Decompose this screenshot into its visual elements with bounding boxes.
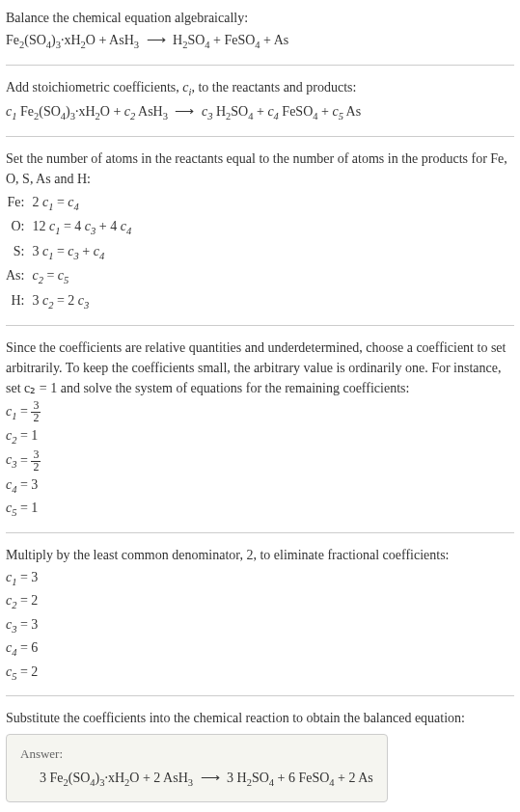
coef-c2: c2 = 1 <box>6 425 514 448</box>
frac-den: 2 <box>31 462 41 474</box>
divider <box>6 532 514 533</box>
element-label: H: <box>6 289 32 314</box>
stoich-intro: Add stoichiometric coefficients, ci, to … <box>6 77 514 100</box>
table-row: O: 12 c1 = 4 c3 + 4 c4 <box>6 215 137 240</box>
answer-label: Answer: <box>20 744 373 764</box>
c1: c1 <box>6 104 16 119</box>
atoms-intro: Set the number of atoms in the reactants… <box>6 149 514 189</box>
element-equation: 3 c2 = 2 c3 <box>32 289 137 314</box>
solve-intro: Since the coefficients are relative quan… <box>6 338 514 398</box>
divider <box>6 65 514 66</box>
element-label: S: <box>6 240 32 265</box>
divider <box>6 325 514 326</box>
table-row: Fe: 2 c1 = c4 <box>6 191 137 216</box>
element-label: Fe: <box>6 191 32 216</box>
element-equation: c2 = c5 <box>32 264 137 289</box>
coef-c3: c3 = 32 <box>6 449 514 474</box>
intro-section: Balance the chemical equation algebraica… <box>6 8 514 53</box>
coef-c4: c4 = 6 <box>6 637 514 661</box>
c5: c5 <box>332 104 342 119</box>
frac-den: 2 <box>31 413 41 424</box>
stoich-text-b: , to the reactants and products: <box>191 80 356 95</box>
final-section: Substitute the coefficients into the che… <box>6 708 514 802</box>
multiply-section: Multiply by the least common denominator… <box>6 545 514 685</box>
coef-c4: c4 = 3 <box>6 474 514 498</box>
element-equation: 2 c1 = c4 <box>32 191 137 216</box>
coefficient-list-int: c1 = 3 c2 = 2 c3 = 3 c4 = 6 c5 = 2 <box>6 567 514 685</box>
table-row: S: 3 c1 = c3 + c4 <box>6 240 137 265</box>
solve-section: Since the coefficients are relative quan… <box>6 338 514 520</box>
c3: c3 <box>202 104 212 119</box>
atom-equations-table: Fe: 2 c1 = c4 O: 12 c1 = 4 c3 + 4 c4 S: … <box>6 191 137 314</box>
divider <box>6 695 514 696</box>
stoich-section: Add stoichiometric coefficients, ci, to … <box>6 77 514 124</box>
element-label: As: <box>6 264 32 289</box>
stoich-equation: c1 Fe2(SO4)3·xH2O + c2 AsH3 ⟶ c3 H2SO4 +… <box>6 101 514 124</box>
table-row: As: c2 = c5 <box>6 264 137 289</box>
coefficient-list: c1 = 32 c2 = 1 c3 = 32 c4 = 3 c5 = 1 <box>6 400 514 520</box>
coef-c5: c5 = 1 <box>6 498 514 521</box>
element-label: O: <box>6 215 32 240</box>
balanced-equation: 3 Fe2(SO4)3·xH2O + 2 AsH3 ⟶ 3 H2SO4 + 6 … <box>20 768 373 791</box>
element-equation: 3 c1 = c3 + c4 <box>32 240 137 265</box>
c4: c4 <box>267 104 278 119</box>
eq-lhs: Fe2(SO4)3·xH2O + AsH3 <box>6 33 139 47</box>
coef-c1: c1 = 32 <box>6 400 514 424</box>
arrow-icon: ⟶ <box>175 104 194 119</box>
coef-c1: c1 = 3 <box>6 567 514 590</box>
divider <box>6 136 514 137</box>
table-row: H: 3 c2 = 2 c3 <box>6 289 137 314</box>
answer-box: Answer: 3 Fe2(SO4)3·xH2O + 2 AsH3 ⟶ 3 H2… <box>6 734 388 802</box>
stoich-text-a: Add stoichiometric coefficients, <box>6 80 182 95</box>
arrow-icon: ⟶ <box>201 771 220 785</box>
atoms-section: Set the number of atoms in the reactants… <box>6 149 514 314</box>
unbalanced-equation: Fe2(SO4)3·xH2O + AsH3 ⟶ H2SO4 + FeSO4 + … <box>6 30 514 53</box>
arrow-icon: ⟶ <box>147 33 166 47</box>
coef-c3: c3 = 3 <box>6 614 514 637</box>
multiply-intro: Multiply by the least common denominator… <box>6 545 514 565</box>
c2: c2 <box>124 104 135 119</box>
eq-rhs: H2SO4 + FeSO4 + As <box>173 33 288 47</box>
intro-text: Balance the chemical equation algebraica… <box>6 8 514 28</box>
coef-c2: c2 = 2 <box>6 590 514 613</box>
element-equation: 12 c1 = 4 c3 + 4 c4 <box>32 215 137 240</box>
final-intro: Substitute the coefficients into the che… <box>6 708 514 728</box>
coef-c5: c5 = 2 <box>6 662 514 685</box>
